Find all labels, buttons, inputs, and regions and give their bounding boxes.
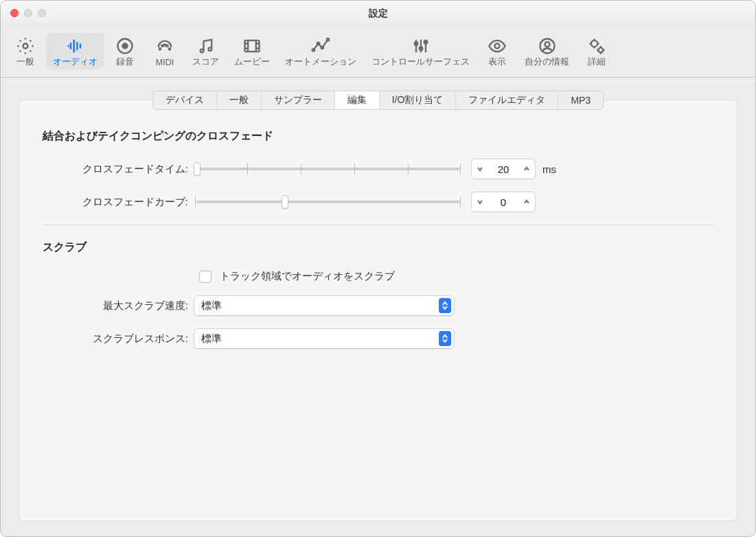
svg-point-0 (23, 44, 28, 49)
slider-crossfade-time[interactable] (194, 161, 463, 176)
section-crossfade-title: 結合およびテイクコンピングのクロスフェード (43, 129, 713, 144)
stepper-value: 20 (485, 163, 521, 175)
select-value: 標準 (201, 299, 222, 312)
subtab-file-editor[interactable]: ファイルエディタ (456, 91, 558, 109)
record-icon (115, 36, 135, 56)
label-scrub-tracks: トラック領域でオーディオをスクラブ (220, 270, 395, 283)
toolbar-label: 自分の情報 (525, 56, 569, 68)
slider-tick (460, 196, 461, 207)
window-controls (10, 9, 46, 17)
toolbar-my-info[interactable]: 自分の情報 (518, 33, 576, 69)
svg-point-6 (166, 45, 168, 46)
slider-track (196, 201, 460, 203)
row-scrub-tracks: トラック領域でオーディオをスクラブ (199, 270, 713, 283)
section-scrub-title: スクラブ (43, 240, 713, 255)
stepper-value: 0 (485, 196, 521, 208)
label-crossfade-time: クロスフェードタイム: (43, 163, 194, 176)
chevron-down-icon[interactable] (474, 159, 485, 179)
select-scrub-response[interactable]: 標準 (194, 328, 455, 349)
svg-point-5 (164, 44, 165, 45)
subtab-device[interactable]: デバイス (153, 91, 217, 109)
slider-thumb[interactable] (282, 195, 288, 209)
music-note-icon (196, 36, 216, 56)
slider-crossfade-curve[interactable] (194, 194, 463, 209)
subtab-label: 一般 (229, 94, 249, 106)
row-crossfade-time: クロスフェードタイム: 20 (43, 159, 713, 179)
slider-thumb[interactable] (194, 162, 201, 176)
chevron-up-icon[interactable] (521, 159, 532, 179)
subtab-label: サンプラー (274, 94, 322, 106)
toolbar-general[interactable]: 一般 (6, 33, 45, 69)
toolbar-label: 録音 (116, 56, 134, 68)
toolbar-control-surfaces[interactable]: コントロールサーフェス (365, 33, 477, 69)
toolbar-label: スコア (192, 56, 219, 68)
toolbar-label: コントロールサーフェス (371, 56, 470, 68)
midi-icon (154, 37, 175, 58)
titlebar: 設定 (1, 1, 755, 27)
svg-point-3 (159, 48, 161, 49)
toolbar-label: 表示 (488, 56, 506, 68)
slider-tick (408, 163, 409, 174)
select-max-scrub-speed[interactable]: 標準 (194, 295, 455, 316)
gear-icon (15, 36, 36, 56)
label-crossfade-curve: クロスフェードカーブ: (43, 196, 194, 209)
stepper-crossfade-time[interactable]: 20 (471, 159, 536, 179)
row-crossfade-curve: クロスフェードカーブ: 0 (43, 192, 713, 212)
minimize-window-button[interactable] (24, 9, 32, 17)
waveform-icon (65, 36, 86, 56)
window-title: 設定 (369, 8, 388, 20)
select-arrows-icon (439, 331, 451, 346)
toolbar-movie[interactable]: ムービー (227, 33, 277, 69)
chevron-up-icon[interactable] (521, 192, 532, 212)
toolbar-midi[interactable]: MIDI (146, 34, 184, 69)
svg-point-20 (545, 42, 549, 47)
automation-icon (310, 36, 331, 56)
toolbar-advanced[interactable]: 詳細 (577, 33, 616, 69)
slider-tick (195, 196, 196, 207)
svg-point-9 (208, 47, 211, 51)
preferences-toolbar: 一般 オーディオ 録音 MIDI スコア (1, 27, 755, 78)
select-arrows-icon (439, 298, 451, 313)
svg-point-21 (591, 41, 597, 47)
svg-point-18 (495, 44, 500, 49)
audio-subtabs: デバイス 一般 サンプラー 編集 I/O割り当て ファイルエディタ MP3 (152, 91, 604, 110)
chevron-down-icon[interactable] (474, 192, 485, 212)
checkbox-scrub-tracks[interactable] (199, 271, 211, 283)
svg-point-8 (200, 49, 203, 53)
toolbar-record[interactable]: 録音 (106, 33, 144, 69)
toolbar-automation[interactable]: オートメーション (278, 33, 363, 69)
unit-ms: ms (542, 163, 556, 175)
row-scrub-response: スクラブレスポンス: 標準 (43, 328, 713, 349)
label-scrub-response: スクラブレスポンス: (43, 332, 194, 345)
subtab-label: デバイス (165, 94, 204, 106)
person-icon (537, 36, 558, 56)
toolbar-label: 一般 (16, 56, 34, 68)
select-value: 標準 (201, 332, 222, 345)
subtab-sampler[interactable]: サンプラー (262, 91, 335, 109)
subtab-label: 編集 (347, 94, 367, 106)
subtab-edit[interactable]: 編集 (335, 91, 380, 109)
zoom-window-button[interactable] (38, 9, 46, 17)
eye-icon (487, 36, 507, 56)
svg-point-7 (169, 48, 170, 49)
subtab-label: ファイルエディタ (468, 94, 545, 106)
toolbar-audio[interactable]: オーディオ (46, 33, 104, 69)
subtab-label: MP3 (571, 95, 591, 106)
subtab-label: I/O割り当て (392, 94, 444, 106)
toolbar-display[interactable]: 表示 (478, 33, 516, 69)
subtab-mp3[interactable]: MP3 (558, 91, 603, 109)
svg-point-4 (161, 45, 163, 46)
close-window-button[interactable] (10, 9, 19, 17)
slider-tick (460, 163, 461, 174)
subtab-general[interactable]: 一般 (217, 91, 262, 109)
toolbar-label: MIDI (156, 58, 174, 67)
svg-rect-10 (245, 41, 260, 52)
toolbar-label: オートメーション (285, 56, 356, 68)
toolbar-label: オーディオ (53, 56, 98, 68)
svg-point-11 (312, 49, 315, 52)
sliders-icon (411, 36, 431, 56)
subtab-io[interactable]: I/O割り当て (380, 91, 457, 109)
toolbar-score[interactable]: スコア (185, 33, 226, 69)
label-max-scrub-speed: 最大スクラブ速度: (43, 299, 194, 312)
stepper-crossfade-curve[interactable]: 0 (471, 192, 536, 212)
